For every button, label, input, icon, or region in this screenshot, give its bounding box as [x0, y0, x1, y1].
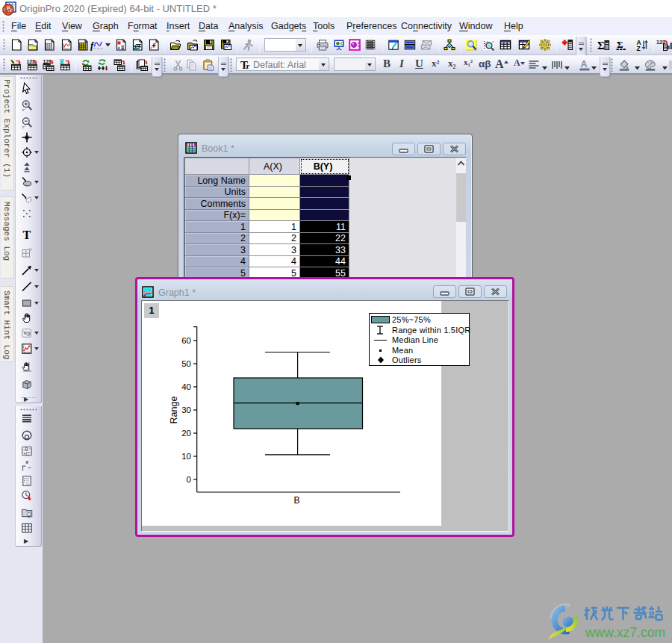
svg-text:www.xz7.com: www.xz7.com — [585, 625, 665, 640]
svg-text:0: 0 — [187, 475, 191, 484]
svg-text:60: 60 — [181, 336, 191, 345]
svg-text:A: A — [581, 59, 588, 69]
svg-text:123: 123 — [656, 40, 665, 45]
svg-text:Σ: Σ — [597, 40, 605, 52]
svg-text:Z: Z — [637, 45, 641, 52]
svg-text:50: 50 — [181, 359, 191, 368]
svg-text:a: a — [28, 331, 31, 336]
svg-text:123: 123 — [27, 59, 36, 64]
svg-text:T: T — [23, 229, 31, 240]
svg-text:Σ: Σ — [617, 39, 623, 50]
svg-text:*: * — [25, 460, 29, 468]
svg-text:B: B — [293, 495, 299, 506]
svg-text:20: 20 — [181, 429, 191, 438]
svg-text:f: f — [90, 40, 95, 51]
svg-text:10: 10 — [181, 452, 191, 461]
svg-text:r: r — [246, 61, 250, 70]
svg-text:123: 123 — [43, 59, 52, 64]
svg-text:30: 30 — [181, 406, 191, 414]
svg-text:+C: +C — [23, 451, 30, 456]
svg-text:40: 40 — [181, 382, 191, 391]
svg-text:Range: Range — [169, 397, 179, 424]
